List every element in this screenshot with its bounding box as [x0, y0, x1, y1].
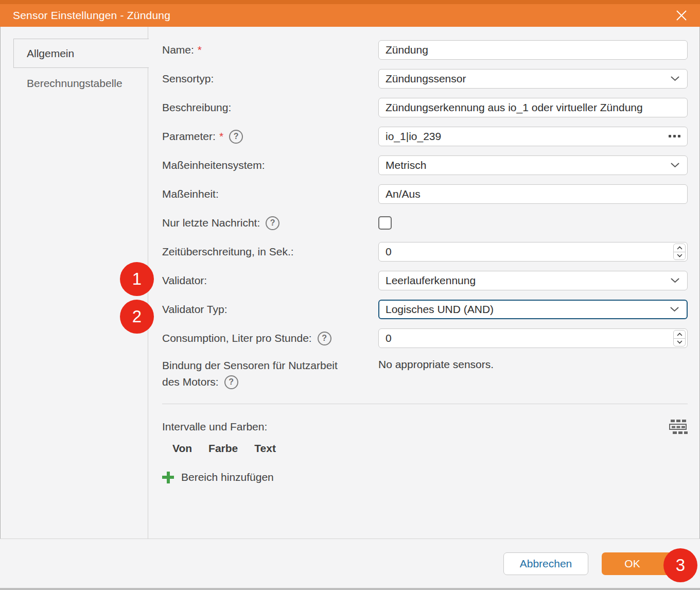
close-icon: [675, 9, 688, 22]
validator-value: Leerlauferkennung: [386, 274, 476, 287]
tab-allgemein-label: Allgemein: [27, 47, 74, 60]
dialog-footer: Abbrechen OK: [0, 539, 700, 588]
spinner-up-icon: [677, 246, 682, 250]
validator-label: Validator:: [162, 274, 207, 287]
intervals-grid-icon: [669, 419, 688, 435]
engine-binding-label-line2: des Motors:: [162, 374, 219, 390]
spinner-down-icon: [677, 254, 682, 257]
tab-allgemein[interactable]: Allgemein: [13, 39, 149, 68]
description-input[interactable]: [378, 98, 688, 117]
column-farbe: Farbe: [208, 442, 238, 455]
row-last-message: Nur letzte Nachricht: ?: [162, 213, 688, 233]
column-text: Text: [254, 442, 276, 455]
engine-binding-help-icon[interactable]: ?: [224, 375, 238, 389]
dialog-title: Sensor Einstellungen - Zündung: [13, 9, 170, 22]
chevron-down-icon: [671, 163, 679, 168]
cancel-button[interactable]: Abbrechen: [503, 552, 588, 575]
parameter-input[interactable]: [378, 127, 688, 146]
consumption-input[interactable]: [378, 328, 688, 348]
timeout-input[interactable]: [378, 242, 688, 262]
row-timeout: Zeitüberschreitung, in Sek.:: [162, 242, 688, 262]
consumption-help-icon[interactable]: ?: [318, 332, 331, 345]
tab-berechnungstabelle-label: Berechnungstabelle: [27, 77, 122, 90]
parameter-label: Parameter:: [162, 130, 216, 143]
annotation-step-1: 1: [120, 262, 154, 296]
unit-system-value: Metrisch: [386, 159, 426, 171]
unit-system-label: Maßeinheitensystem:: [162, 159, 265, 171]
intervals-column-headers: Von Farbe Text: [162, 442, 688, 455]
parameter-help-icon[interactable]: ?: [229, 130, 243, 144]
plus-icon: [162, 472, 174, 483]
row-name: Name: *: [162, 40, 688, 60]
consumption-label: Consumption, Liter pro Stunde:: [162, 332, 312, 344]
chevron-down-icon: [671, 76, 679, 81]
row-validator: Validator: Leerlauferkennung: [162, 271, 688, 290]
sensor-type-label: Sensortyp:: [162, 73, 214, 85]
last-message-label: Nur letzte Nachricht:: [162, 217, 260, 229]
validator-select[interactable]: Leerlauferkennung: [378, 271, 688, 290]
spinner-down-icon: [677, 340, 682, 344]
annotation-step-2: 2: [120, 300, 154, 334]
row-validator-type: Validator Typ: Logisches UND (AND): [162, 300, 688, 319]
form-content: Name: * Sensortyp: Zündungssensor: [148, 27, 700, 541]
consumption-spinner[interactable]: [673, 330, 686, 346]
validator-type-select[interactable]: Logisches UND (AND): [378, 300, 688, 319]
intervals-settings-button[interactable]: [669, 419, 688, 435]
sensor-type-select[interactable]: Zündungssensor: [378, 69, 688, 89]
unit-input[interactable]: [378, 184, 688, 204]
description-label: Beschreibung:: [162, 101, 231, 114]
validator-type-label: Validator Typ:: [162, 303, 227, 316]
row-sensor-type: Sensortyp: Zündungssensor: [162, 69, 688, 89]
unit-label: Maßeinheit:: [162, 188, 219, 200]
last-message-checkbox[interactable]: [378, 216, 392, 230]
engine-binding-value: No appropriate sensors.: [378, 358, 494, 371]
unit-system-select[interactable]: Metrisch: [378, 155, 688, 175]
annotation-step-3: 3: [663, 548, 697, 582]
validator-type-value: Logisches UND (AND): [386, 303, 494, 316]
chevron-down-icon: [671, 278, 679, 283]
name-label: Name:: [162, 44, 194, 56]
sensor-settings-dialog: Sensor Einstellungen - Zündung Allgemein…: [0, 0, 700, 590]
row-parameter: Parameter: * ?: [162, 127, 688, 146]
dialog-titlebar: Sensor Einstellungen - Zündung: [0, 4, 700, 27]
name-input[interactable]: [378, 40, 688, 60]
last-message-help-icon[interactable]: ?: [266, 216, 279, 230]
chevron-down-icon: [670, 307, 679, 312]
sensor-type-value: Zündungssensor: [386, 73, 466, 85]
row-unit-system: Maßeinheitensystem: Metrisch: [162, 155, 688, 175]
parameter-more-button[interactable]: [669, 135, 680, 137]
timeout-spinner[interactable]: [673, 244, 686, 260]
required-asterisk: *: [198, 44, 202, 56]
row-engine-binding: Bindung der Sensoren für Nutzarbeit des …: [162, 357, 688, 390]
row-description: Beschreibung:: [162, 98, 688, 117]
row-consumption: Consumption, Liter pro Stunde: ?: [162, 328, 688, 348]
engine-binding-label-line1: Bindung der Sensoren für Nutzarbeit: [162, 359, 338, 371]
row-unit: Maßeinheit:: [162, 184, 688, 204]
section-divider: [162, 404, 688, 404]
dialog-bottom-edge: [0, 588, 700, 590]
add-range-button[interactable]: Bereich hinzufügen: [162, 471, 274, 483]
page-behind-strip: [0, 0, 700, 4]
timeout-label: Zeitüberschreitung, in Sek.:: [162, 246, 294, 258]
intervals-label: Intervalle und Farben:: [162, 421, 267, 433]
spinner-up-icon: [677, 333, 682, 336]
close-button[interactable]: [674, 8, 689, 23]
column-von: Von: [172, 442, 192, 455]
add-range-label: Bereich hinzufügen: [181, 471, 274, 483]
tab-berechnungstabelle[interactable]: Berechnungstabelle: [13, 68, 148, 99]
intervals-header: Intervalle und Farben:: [162, 417, 688, 437]
required-asterisk: *: [219, 130, 223, 143]
dialog-body: Allgemein Berechnungstabelle Name: *: [0, 27, 700, 541]
